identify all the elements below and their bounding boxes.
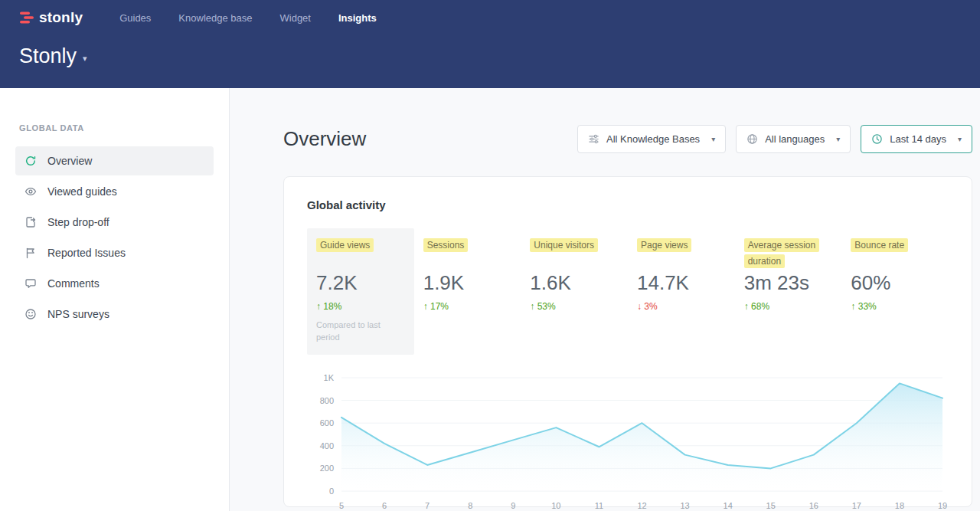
metric-label: Sessions [423, 238, 469, 252]
global-activity-chart: 1K80060040020005678910111213141516171819 [307, 369, 950, 511]
arrow-up-icon: ↑ [851, 301, 855, 312]
sidebar-item-label: Reported Issues [47, 247, 126, 259]
workspace-title: Stonly [19, 44, 77, 68]
metric-label: Guide views [316, 238, 374, 252]
overview-icon [24, 155, 37, 167]
svg-text:9: 9 [511, 501, 515, 510]
metric-delta: ↑ 53% [530, 301, 619, 312]
metric-value: 7.2K [316, 271, 405, 295]
svg-text:14: 14 [724, 501, 733, 510]
metric-delta: ↑ 68% [744, 301, 833, 312]
sidebar: GLOBAL DATA Overview Viewed guides Step … [0, 88, 230, 511]
topnav-insights[interactable]: Insights [338, 12, 377, 24]
svg-text:12: 12 [637, 501, 646, 510]
metric-bounce-rate[interactable]: Bounce rate 60% ↑ 33% [841, 228, 949, 323]
chevron-down-icon: ▾ [711, 135, 715, 143]
sidebar-section-label: GLOBAL DATA [19, 123, 229, 133]
stonly-logo-text: stonly [39, 9, 83, 26]
arrow-down-icon: ↓ [637, 301, 642, 312]
topnav-widget[interactable]: Widget [280, 12, 311, 24]
metric-label: Average session duration [744, 238, 820, 268]
sidebar-item-label: Step drop-off [47, 216, 109, 228]
metric-delta: ↓ 3% [637, 301, 726, 312]
arrow-up-icon: ↑ [744, 301, 749, 312]
chevron-down-icon: ▾ [83, 54, 87, 64]
clock-icon [871, 133, 883, 145]
flag-icon [24, 247, 37, 259]
languages-filter-label: All languages [765, 133, 825, 145]
metric-value: 3m 23s [744, 271, 833, 295]
svg-text:0: 0 [329, 486, 334, 496]
date-range-filter-label: Last 14 days [890, 133, 946, 145]
card-title: Global activity [307, 198, 949, 211]
svg-text:15: 15 [766, 501, 776, 510]
metric-label: Bounce rate [851, 238, 908, 252]
chevron-down-icon: ▾ [836, 135, 840, 143]
svg-text:13: 13 [680, 501, 689, 510]
metric-value: 1.9K [423, 271, 512, 295]
knowledge-bases-filter[interactable]: All Knowledge Bases ▾ [577, 125, 726, 153]
stonly-logo-icon [19, 10, 34, 25]
svg-text:17: 17 [852, 501, 861, 510]
step-dropoff-icon [24, 216, 37, 228]
metric-delta: ↑ 17% [423, 301, 512, 312]
filters-row: All Knowledge Bases ▾ All languages ▾ [577, 125, 972, 153]
eye-icon [24, 185, 37, 198]
svg-text:1K: 1K [324, 373, 335, 382]
metric-avg-session-duration[interactable]: Average session duration 3m 23s ↑ 68% [735, 228, 842, 323]
sidebar-item-step-drop-off[interactable]: Step drop-off [15, 208, 214, 237]
svg-text:19: 19 [938, 501, 947, 510]
date-range-filter[interactable]: Last 14 days ▾ [861, 125, 972, 153]
metric-unique-visitors[interactable]: Unique visitors 1.6K ↑ 53% [521, 228, 628, 323]
arrow-up-icon: ↑ [530, 301, 534, 312]
svg-text:800: 800 [320, 395, 334, 405]
svg-text:5: 5 [339, 501, 344, 510]
stonly-logo[interactable]: stonly [19, 9, 83, 26]
top-navigation: stonly Guides Knowledge base Widget Insi… [0, 0, 980, 26]
sidebar-item-label: NPS surveys [47, 308, 109, 320]
svg-text:18: 18 [895, 501, 904, 510]
sidebar-item-reported-issues[interactable]: Reported Issues [15, 238, 214, 267]
sidebar-item-overview[interactable]: Overview [15, 146, 214, 175]
svg-text:6: 6 [382, 501, 387, 510]
metric-sessions[interactable]: Sessions 1.9K ↑ 17% [414, 228, 521, 323]
sliders-icon [588, 133, 599, 145]
svg-text:10: 10 [551, 501, 560, 510]
svg-text:8: 8 [468, 501, 472, 510]
svg-text:7: 7 [425, 501, 430, 510]
metric-delta: ↑ 18% [316, 301, 405, 312]
sidebar-item-nps-surveys[interactable]: NPS surveys [15, 300, 214, 329]
comment-icon [24, 277, 37, 290]
svg-text:11: 11 [595, 501, 603, 510]
metric-guide-views[interactable]: Guide views 7.2K ↑ 18% Compared to last … [307, 228, 414, 355]
sidebar-item-label: Comments [47, 277, 100, 290]
metric-value: 14.7K [637, 271, 726, 295]
global-activity-card: Global activity Guide views 7.2K ↑ 18% C… [283, 176, 972, 507]
metric-value: 60% [851, 271, 939, 295]
chevron-down-icon: ▾ [958, 135, 962, 143]
svg-text:16: 16 [809, 501, 818, 510]
sidebar-item-label: Overview [47, 155, 92, 167]
svg-text:600: 600 [320, 418, 334, 427]
arrow-up-icon: ↑ [316, 301, 321, 312]
metric-label: Page views [637, 238, 691, 252]
topnav-knowledge-base[interactable]: Knowledge base [178, 12, 252, 24]
globe-icon [746, 133, 758, 145]
metric-page-views[interactable]: Page views 14.7K ↓ 3% [628, 228, 735, 323]
workspace-selector[interactable]: Stonly ▾ [19, 44, 980, 68]
smiley-icon [24, 308, 37, 320]
svg-text:400: 400 [320, 441, 334, 450]
page-title: Overview [283, 127, 366, 151]
metrics-row: Guide views 7.2K ↑ 18% Compared to last … [307, 228, 949, 355]
sidebar-item-comments[interactable]: Comments [15, 269, 214, 298]
svg-text:200: 200 [320, 464, 334, 473]
arrow-up-icon: ↑ [423, 301, 428, 312]
topnav-guides[interactable]: Guides [119, 12, 151, 24]
metric-label: Unique visitors [530, 238, 598, 252]
languages-filter[interactable]: All languages ▾ [736, 125, 851, 153]
sidebar-item-label: Viewed guides [47, 185, 117, 198]
top-header: stonly Guides Knowledge base Widget Insi… [0, 0, 980, 88]
sidebar-item-viewed-guides[interactable]: Viewed guides [15, 177, 214, 206]
knowledge-bases-filter-label: All Knowledge Bases [606, 133, 700, 145]
topnav-items: Guides Knowledge base Widget Insights [119, 12, 377, 24]
